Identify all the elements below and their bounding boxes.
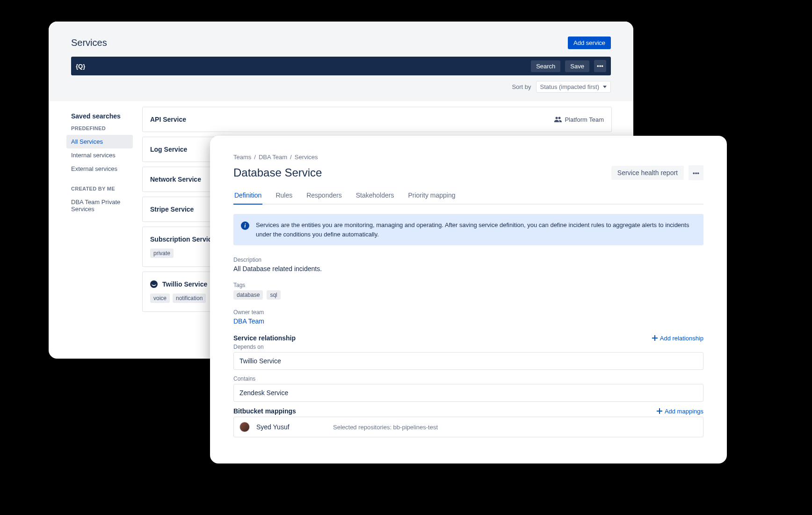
depends-on-label: Depends on (233, 344, 703, 350)
svg-point-1 (558, 117, 561, 119)
page-title: Services (71, 37, 107, 48)
owner-team-label: Owner team (233, 309, 703, 316)
save-search-button[interactable]: Save (565, 60, 589, 72)
service-tag: notification (173, 294, 206, 303)
sidebar: Saved searches PREDEFINED All Services I… (49, 101, 133, 316)
svg-point-0 (556, 117, 558, 119)
service-name: API Service (150, 116, 186, 123)
add-relationship-button[interactable]: Add relationship (652, 335, 703, 342)
sidebar-item-internal[interactable]: Internal services (66, 148, 133, 162)
depends-on-field[interactable]: Twillio Service (233, 352, 703, 370)
tab-stakeholders[interactable]: Stakeholders (355, 188, 395, 204)
sort-select[interactable]: Status (impacted first) (536, 81, 611, 93)
sidebar-item-external[interactable]: External services (66, 162, 133, 176)
bitbucket-mapping-row[interactable]: Syed Yusuf Selected repositories: bb-pip… (233, 417, 703, 437)
sidebar-group-predefined: PREDEFINED (71, 125, 133, 131)
info-icon: i (241, 221, 249, 230)
bb-repositories: Selected repositories: bb-pipelines-test (333, 424, 438, 431)
owner-team-link[interactable]: DBA Team (233, 317, 703, 325)
team-name: Platform Team (565, 116, 604, 123)
search-bar: {Q} Search Save ••• (71, 57, 611, 75)
service-title: Database Service (233, 166, 322, 179)
info-text: Services are the entities you are monito… (256, 221, 696, 239)
sidebar-item-dba-private[interactable]: DBA Team Private Services (66, 195, 133, 216)
tabs: Definition Rules Responders Stakeholders… (233, 188, 703, 205)
query-icon: {Q} (76, 63, 85, 70)
service-name: Twillio Service (162, 280, 207, 288)
bb-user-name: Syed Yusuf (256, 423, 326, 431)
tab-priority-mapping[interactable]: Priority mapping (407, 188, 456, 204)
user-avatar (239, 422, 250, 432)
plus-icon (657, 408, 662, 414)
saved-searches-title: Saved searches (71, 112, 133, 120)
sort-value: Status (impacted first) (540, 83, 599, 90)
search-more-button[interactable]: ••• (594, 60, 606, 72)
people-icon (554, 116, 562, 123)
tag: sql (267, 290, 280, 300)
service-tag: private (150, 249, 174, 258)
breadcrumb-item[interactable]: Services (295, 154, 318, 161)
contains-label: Contains (233, 375, 703, 382)
health-report-button[interactable]: Service health report (611, 166, 684, 180)
sidebar-group-createdbyme: CREATED BY ME (71, 186, 133, 191)
bitbucket-mappings-title: Bitbucket mappings (233, 407, 296, 415)
tab-rules[interactable]: Rules (275, 188, 293, 204)
contains-field[interactable]: Zendesk Service (233, 384, 703, 402)
plus-icon (652, 335, 658, 341)
add-mappings-button[interactable]: Add mappings (657, 408, 703, 415)
chevron-down-icon (603, 86, 607, 88)
service-card[interactable]: API Service Platform Team (142, 107, 612, 132)
description-value: All Database related incidents. (233, 265, 703, 272)
twilio-icon (150, 280, 158, 288)
service-tag: voice (150, 294, 170, 303)
services-header: Services Add service {Q} Search Save •••… (49, 22, 633, 101)
sort-label: Sort by (512, 83, 531, 90)
search-button[interactable]: Search (531, 60, 560, 72)
tags-label: Tags (233, 282, 703, 288)
service-detail-panel: Teams/ DBA Team/ Services Database Servi… (210, 136, 727, 464)
add-service-button[interactable]: Add service (568, 37, 611, 49)
tags-row: database sql (233, 290, 703, 300)
search-input[interactable] (90, 63, 526, 70)
more-actions-button[interactable]: ••• (689, 165, 703, 180)
tab-definition[interactable]: Definition (233, 188, 262, 204)
tag: database (233, 290, 263, 300)
breadcrumb: Teams/ DBA Team/ Services (233, 154, 703, 161)
description-label: Description (233, 257, 703, 263)
info-banner: i Services are the entities you are moni… (233, 214, 703, 245)
breadcrumb-item[interactable]: Teams (233, 154, 251, 161)
tab-responders[interactable]: Responders (305, 188, 343, 204)
sidebar-item-all-services[interactable]: All Services (66, 135, 133, 148)
breadcrumb-item[interactable]: DBA Team (259, 154, 287, 161)
service-relationship-title: Service relationship (233, 334, 296, 342)
owner-team-pill[interactable]: Platform Team (554, 116, 604, 123)
